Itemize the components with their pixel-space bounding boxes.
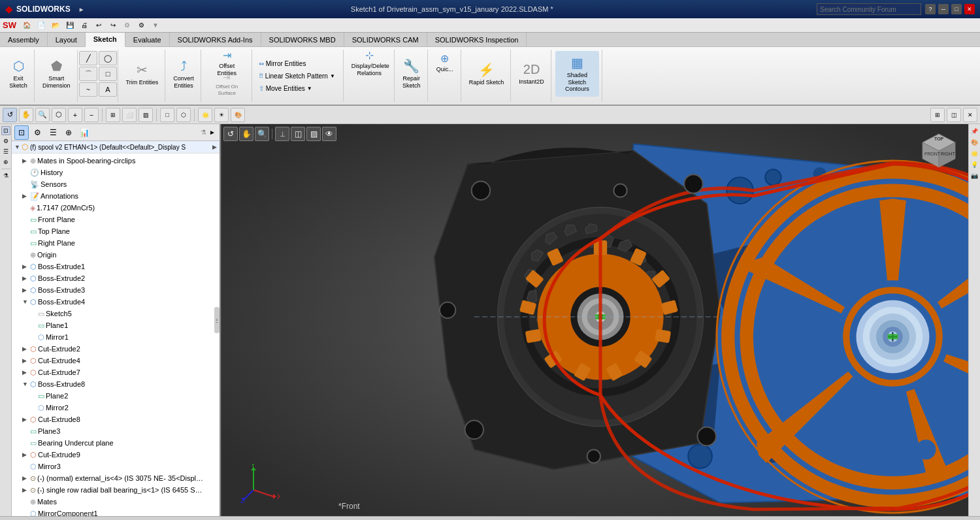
tree-root[interactable]: ▼ ⬡ (f) spool v2 ETHAN<1> (Default<<Defa…: [12, 141, 220, 154]
zoom-all-btn[interactable]: ⬡: [52, 108, 66, 122]
tab-sketch[interactable]: Sketch: [86, 33, 125, 47]
expand-tree-btn[interactable]: ►: [208, 127, 217, 137]
view-orient-btn[interactable]: ⊞: [106, 108, 120, 122]
sidebar-pin-btn[interactable]: 📌: [970, 127, 979, 136]
vp-display-btn[interactable]: ▨: [306, 127, 321, 141]
list-item[interactable]: ⬡ Mirror1: [12, 331, 220, 343]
config-btn[interactable]: ☰: [1, 147, 10, 156]
vp-normal-to-btn[interactable]: ⟂: [275, 127, 289, 141]
zoom-out-btn[interactable]: −: [84, 108, 99, 122]
window-split-btn[interactable]: ◫: [947, 108, 961, 122]
list-item[interactable]: ▭ Plane1: [12, 319, 220, 331]
property-btn[interactable]: ⚙: [1, 137, 10, 146]
tab-cam[interactable]: SOLIDWORKS CAM: [344, 33, 427, 46]
list-item[interactable]: ▭ Front Plane: [12, 214, 220, 225]
qa-print-btn[interactable]: 🖨: [78, 20, 91, 31]
view-cube[interactable]: TOP FRONT RIGHT: [918, 131, 960, 173]
list-item[interactable]: ▭ Plane3: [12, 425, 220, 437]
offset-entities-btn[interactable]: ⇥ Offset Entities: [205, 51, 249, 74]
hide-lines-btn[interactable]: □: [160, 108, 174, 122]
rotate-view-btn[interactable]: ↺: [3, 108, 17, 122]
list-item[interactable]: ⬡ MirrorComponent1: [12, 508, 220, 516]
ft-display-btn[interactable]: ⊕: [61, 125, 76, 140]
maximize-btn[interactable]: □: [951, 4, 962, 14]
sidebar-palette-btn[interactable]: 🎨: [970, 138, 979, 147]
list-item[interactable]: ▶ ⊙ (-) single row radial ball bearing_i…: [12, 484, 220, 496]
linear-pattern-btn[interactable]: ⠿ Linear Sketch Pattern ▼: [256, 70, 338, 82]
display-delete-relations-btn[interactable]: ⊹ Display/Delete Relations: [348, 51, 391, 74]
list-item[interactable]: ▶ ⬡ Cut-Extrude8: [12, 414, 220, 425]
list-item[interactable]: ▼ ⬡ Boss-Extrude4: [12, 296, 220, 308]
list-item[interactable]: ▭ Right Plane: [12, 237, 220, 249]
trim-entities-btn[interactable]: ✂ Trim Entities: [122, 51, 163, 97]
wireframe-btn[interactable]: ⬡: [176, 108, 191, 122]
minimize-btn[interactable]: ─: [938, 4, 949, 14]
list-item[interactable]: ⬡ Mirror3: [12, 461, 220, 472]
vp-section-btn[interactable]: ◫: [291, 127, 305, 141]
viewport[interactable]: ↺ ✋ 🔍 ⟂ ◫ ▨ 👁 *Front X Y: [221, 124, 980, 516]
circle-btn[interactable]: ◯: [99, 51, 117, 65]
search-input[interactable]: [817, 3, 921, 15]
list-item[interactable]: ⊕ Mates: [12, 496, 220, 508]
tab-mbd[interactable]: SOLIDWORKS MBD: [261, 33, 344, 46]
zoom-box-btn[interactable]: 🔍: [35, 108, 50, 122]
list-item[interactable]: ▶ 📝 Annotations: [12, 190, 220, 202]
realview-btn[interactable]: 🌟: [198, 108, 212, 122]
list-item[interactable]: ▭ Plane2: [12, 390, 220, 402]
tab-inspection[interactable]: SOLIDWORKS Inspection: [427, 33, 527, 46]
list-item[interactable]: ▶ ⬡ Cut-Extrude9: [12, 449, 220, 461]
convert-entities-btn[interactable]: ⤴ Convert Entities: [169, 51, 198, 97]
qa-options-btn[interactable]: ⚙: [135, 20, 148, 31]
rapid-sketch-btn[interactable]: ⚡ Rapid Sketch: [465, 51, 508, 97]
instant2d-btn[interactable]: 2D Instant2D: [515, 51, 548, 97]
vp-hide-btn[interactable]: 👁: [322, 127, 336, 141]
qa-new-btn[interactable]: 📄: [35, 20, 48, 31]
tree-resize-handle[interactable]: ⋮: [214, 307, 220, 333]
mirror-entities-btn[interactable]: ⇔ Mirror Entities: [256, 57, 338, 69]
display-states-btn[interactable]: ⊕: [1, 157, 10, 167]
tab-assembly[interactable]: Assembly: [0, 33, 48, 46]
list-item[interactable]: ⬡ Mirror2: [12, 402, 220, 414]
smart-dimension-btn[interactable]: ⬟ Smart Dimension: [39, 51, 74, 97]
list-item[interactable]: 🕐 History: [12, 167, 220, 178]
list-item[interactable]: ▶ ⬡ Cut-Extrude4: [12, 355, 220, 366]
zoom-in-btn[interactable]: +: [68, 108, 82, 122]
list-item[interactable]: ▭ Top Plane: [12, 225, 220, 237]
close-btn[interactable]: ✕: [964, 4, 975, 14]
display-style-btn[interactable]: ▨: [139, 108, 153, 122]
tree-expand-root[interactable]: ▼: [14, 144, 20, 150]
ft-featuremgr-btn[interactable]: ⊡: [14, 125, 29, 140]
vp-zoom-btn[interactable]: 🔍: [255, 127, 269, 141]
sidebar-camera-btn[interactable]: 📷: [970, 171, 979, 180]
list-item[interactable]: ▶ ⬡ Boss-Extrude2: [12, 272, 220, 284]
exit-sketch-btn[interactable]: ⬡ Exit Sketch: [5, 51, 31, 97]
spline-btn[interactable]: ~: [79, 82, 97, 97]
arc-btn[interactable]: ⌒: [79, 67, 97, 81]
qa-rebuild-btn[interactable]: ⚙: [121, 20, 134, 31]
offset-on-surface-btn[interactable]: ⇥ Offset On Surface: [205, 74, 249, 94]
tab-layout[interactable]: Layout: [48, 33, 86, 46]
list-item[interactable]: ▶ ⊕ Mates in Spool-bearing-circlips: [12, 155, 220, 167]
sidebar-light-btn[interactable]: 💡: [970, 160, 979, 169]
qa-open-btn[interactable]: 📂: [49, 20, 62, 31]
qa-undo-btn[interactable]: ↩: [92, 20, 105, 31]
repair-sketch-btn[interactable]: 🔧 Repair Sketch: [399, 51, 425, 97]
quick-snaps-btn[interactable]: ⊕ Quic...: [432, 51, 458, 74]
scene-btn[interactable]: 🎨: [231, 108, 245, 122]
line-btn[interactable]: ╱: [79, 51, 97, 65]
sidebar-scene-btn[interactable]: 🌟: [970, 149, 979, 158]
tab-addins[interactable]: SOLIDWORKS Add-Ins: [170, 33, 261, 46]
qa-redo-btn[interactable]: ↪: [106, 20, 120, 31]
ft-analysis-btn[interactable]: 📊: [77, 125, 91, 140]
sw-logo-btn[interactable]: SW: [3, 20, 16, 30]
list-item[interactable]: 📡 Sensors: [12, 178, 220, 190]
list-item[interactable]: ▭ Sketch5: [12, 308, 220, 319]
list-item[interactable]: ▶ ⬡ Boss-Extrude3: [12, 284, 220, 296]
vp-rotate-btn[interactable]: ↺: [223, 127, 238, 141]
ft-config-btn[interactable]: ☰: [46, 125, 60, 140]
move-entities-btn[interactable]: ⇧ Move Entities ▼: [256, 82, 338, 94]
qa-home-btn[interactable]: 🏠: [20, 20, 33, 31]
vp-pan-btn[interactable]: ✋: [239, 127, 253, 141]
list-item[interactable]: ◈ 1.7147 (20MnCr5): [12, 202, 220, 214]
list-item[interactable]: ▶ ⬡ Cut-Extrude7: [12, 366, 220, 378]
